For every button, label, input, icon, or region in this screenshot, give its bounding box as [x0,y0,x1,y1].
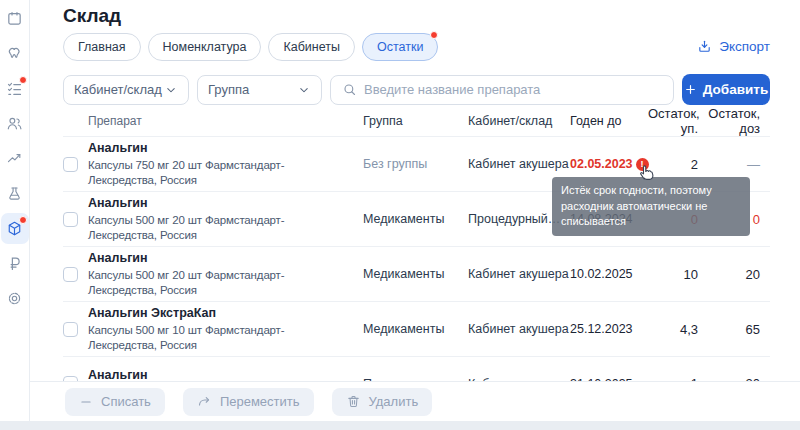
sidebar [0,0,30,421]
sidebar-item-settings[interactable] [0,283,30,314]
drug-description: Капсулы 500 мг 20 шт Фармстандарт-Лексре… [88,213,345,243]
table-row[interactable]: АнальгинКапсулы 500 мг 20 шт Фармстандар… [63,247,770,302]
group-filter-dropdown[interactable]: Группа [197,75,322,105]
sidebar-item-patients[interactable] [0,108,30,139]
table-header: ПрепаратГруппаКабинет/складГоден доОстат… [63,106,770,137]
warehouse-app: Склад ГлавнаяНоменклатураКабинетыОстатки… [0,0,800,430]
drug-description: Капсулы 500 мг 10 шт Фармстандарт-Лексре… [88,323,345,353]
packs-cell: 4,3 [648,322,698,337]
minus-icon [79,395,93,409]
cabinet-filter-dropdown[interactable]: Кабинет/склад [63,75,189,105]
packs-cell: 2 [648,157,698,172]
delete-button[interactable]: Удалить [332,388,433,416]
tab-главная[interactable]: Главная [63,33,141,61]
expired-tooltip: Истёк срок годности, поэтому расходник а… [552,177,750,236]
filters-bar: Кабинет/склад Группа Добавить [63,74,770,105]
column-header: Годен до [570,114,648,128]
drug-cell: Анальгин ЭкстраКапКапсулы 500 мг 10 шт Ф… [88,305,363,353]
calendar-icon [6,10,23,27]
drug-cell: АнальгинРаствор для в/в и в/м введ. 500 … [88,367,363,383]
sidebar-item-finance[interactable] [0,248,30,279]
group-cell: Медикаменты [363,267,468,281]
write-off-button[interactable]: Списать [65,388,165,416]
doses-cell: 65 [698,322,770,337]
drug-name: Анальгин ЭкстраКап [88,305,345,321]
column-header: Препарат [88,114,363,128]
flask-icon [6,185,23,202]
expired-alert-icon[interactable]: ! [636,158,649,171]
chevron-down-icon [164,83,178,97]
expiry-cell: 02.05.2023! [570,157,648,171]
row-checkbox[interactable] [63,212,78,227]
tab-остатки[interactable]: Остатки [362,33,438,61]
gear-icon [6,290,23,307]
drug-cell: АнальгинКапсулы 750 мг 20 шт Фармстандар… [88,140,363,188]
group-cell: Медикаменты [363,212,468,226]
plus-icon [684,83,697,96]
tab-номенклатура[interactable]: Номенклатура [148,33,262,61]
move-button[interactable]: Переместить [183,388,314,416]
footer-button-label: Переместить [220,394,300,409]
chart-icon [6,150,23,167]
column-header: Кабинет/склад [468,114,570,128]
tooth-icon [6,45,23,62]
sidebar-item-tasks[interactable] [0,73,30,104]
drug-name: Анальгин [88,140,345,156]
search-input[interactable] [364,82,662,97]
group-cell: Без группы [363,157,468,171]
checkbox-cell [63,212,88,227]
sidebar-item-analytics[interactable] [0,143,30,174]
bottom-strip [0,421,800,430]
notification-dot [430,31,438,39]
drug-name: Анальгин [88,250,345,266]
notification-dot [19,216,27,224]
expiry-date: 25.12.2023 [570,322,633,336]
add-button[interactable]: Добавить [682,74,770,105]
table-row[interactable]: АнальгинРаствор для в/в и в/м введ. 500 … [63,357,770,383]
tab-label: Остатки [377,40,423,54]
download-icon [697,39,712,54]
chevron-down-icon [297,83,311,97]
column-header: Группа [363,114,468,128]
group-cell: Медикаменты [363,322,468,336]
tab-label: Кабинеты [283,40,340,54]
cabinet-cell: Кабинет акушера [468,267,570,281]
export-button[interactable]: Экспорт [697,39,770,54]
move-icon [197,394,212,409]
packs-cell: 10 [648,267,698,282]
stock-table: ПрепаратГруппаКабинет/складГоден доОстат… [63,106,770,383]
row-checkbox[interactable] [63,322,78,337]
checkbox-cell [63,322,88,337]
expiry-date: 02.05.2023 [570,157,633,171]
checkbox-cell [63,157,88,172]
expiry-date: 10.02.2025 [570,267,633,281]
drug-description: Капсулы 500 мг 20 шт Фармстандарт-Лексре… [88,268,345,298]
ruble-icon [6,255,23,272]
sidebar-item-lab[interactable] [0,178,30,209]
drug-cell: АнальгинКапсулы 500 мг 20 шт Фармстандар… [88,195,363,243]
tab-label: Главная [78,40,126,54]
row-checkbox[interactable] [63,157,78,172]
drug-description: Капсулы 750 мг 20 шт Фармстандарт-Лексре… [88,158,345,188]
column-header: Остаток, уп. [648,106,698,136]
search-box [330,75,674,105]
table-body: АнальгинКапсулы 750 мг 20 шт Фармстандар… [63,137,770,383]
search-icon [342,82,357,97]
row-checkbox[interactable] [63,267,78,282]
sidebar-item-tooth[interactable] [0,38,30,69]
drug-name: Анальгин [88,195,345,211]
users-icon [6,115,23,132]
tab-кабинеты[interactable]: Кабинеты [268,33,355,61]
page-title: Склад [63,5,121,27]
footer-button-label: Удалить [369,394,419,409]
doses-cell: — [698,157,770,172]
sidebar-item-warehouse[interactable] [0,213,30,244]
export-label: Экспорт [719,39,770,54]
sidebar-item-calendar[interactable] [0,3,30,34]
group-filter-label: Группа [208,82,249,97]
footer-button-label: Списать [101,394,151,409]
table-row[interactable]: Анальгин ЭкстраКапКапсулы 500 мг 10 шт Ф… [63,302,770,357]
expiry-cell: 25.12.2023 [570,322,648,336]
add-button-label: Добавить [703,82,768,97]
cabinet-cell: Кабинет акушера [468,322,570,336]
